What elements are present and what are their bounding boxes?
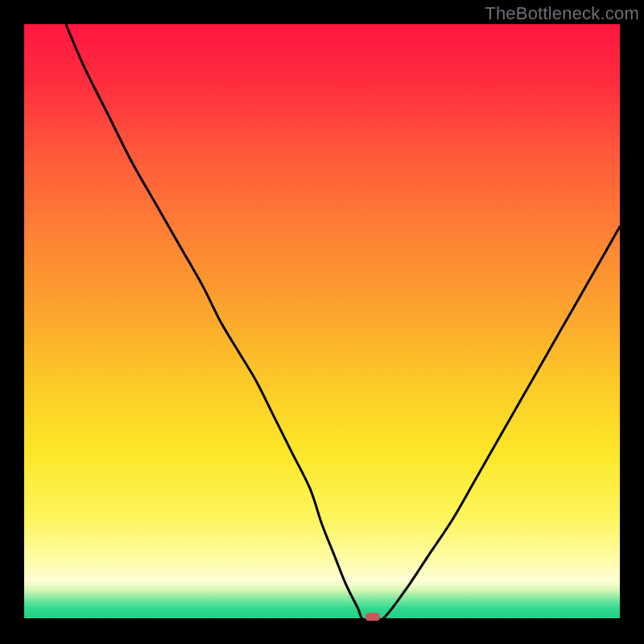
bottleneck-curve (66, 24, 620, 622)
bottleneck-line-chart (24, 24, 620, 620)
plot-area (24, 24, 620, 620)
bottleneck-marker (365, 613, 380, 621)
chart-frame: TheBottleneck.com (0, 0, 644, 644)
watermark-text: TheBottleneck.com (485, 3, 639, 24)
